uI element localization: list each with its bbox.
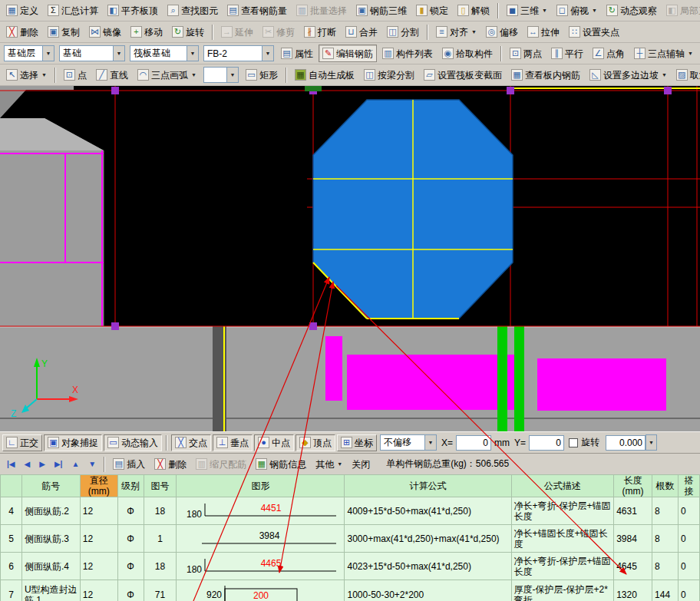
rebar-3d-button[interactable]: ▣钢筋三维 <box>352 2 411 19</box>
y-coordinate-input[interactable] <box>529 435 564 451</box>
figure-number-cell[interactable]: 71 <box>144 580 177 601</box>
three-point-aux-axis-button[interactable]: ┼三点辅轴▼ <box>630 45 697 62</box>
cad-canvas[interactable]: Y X Z <box>0 86 700 431</box>
edit-rebar-button[interactable]: ✎编辑钢筋 <box>319 45 377 62</box>
length-cell[interactable]: 3984 <box>614 525 652 553</box>
move-button[interactable]: +移动 <box>127 23 167 41</box>
length-cell[interactable]: 4645 <box>614 553 652 580</box>
grade-cell[interactable]: Φ <box>117 497 144 525</box>
select-dropdown[interactable]: ↖选择▼ <box>2 66 51 84</box>
define-button[interactable]: ▦定义 <box>2 2 42 19</box>
offset-button[interactable]: ◎偏移 <box>482 23 522 41</box>
rebar-section-right[interactable] <box>537 358 666 411</box>
move-up-button[interactable]: ▲ <box>68 455 83 473</box>
offset-mode-select[interactable]: 不偏移▼ <box>380 434 437 451</box>
green-member-right[interactable] <box>514 326 524 431</box>
properties-button[interactable]: ▤属性 <box>277 45 317 62</box>
mirror-button[interactable]: ⋈镜像 <box>85 23 125 41</box>
formula-desc-cell[interactable]: 净长+弯折-保护层+锚固长度 <box>511 553 614 580</box>
diameter-cell[interactable]: 12 <box>80 580 117 601</box>
chevron-down-icon[interactable]: ▼ <box>424 435 436 450</box>
diameter-cell[interactable]: 12 <box>80 553 117 580</box>
column-header[interactable]: 长度(mm) <box>614 475 652 497</box>
length-cell[interactable]: 4631 <box>614 497 652 525</box>
category-select[interactable]: 基础▼ <box>59 45 125 61</box>
column-header[interactable]: 公式描述 <box>511 475 614 497</box>
table-row[interactable]: 5侧面纵筋.312Φ139843000+max(41*d,250)+max(41… <box>1 525 700 553</box>
line-button[interactable]: ╱直线 <box>92 66 132 84</box>
unlock-button[interactable]: ▯解锁 <box>454 2 494 19</box>
point-angle-button[interactable]: ∠点角 <box>589 45 629 62</box>
top-view-dropdown[interactable]: ◻俯视▼ <box>553 2 601 19</box>
set-slope-dropdown[interactable]: ◺设置多边边坡▼ <box>586 66 671 84</box>
table-corner-header[interactable] <box>1 475 22 497</box>
align-dropdown[interactable]: ≡对齐▼ <box>432 23 480 41</box>
formula-cell[interactable]: 4009+15*d-50+max(41*d,250) <box>345 497 511 525</box>
figure-number-cell[interactable]: 18 <box>144 497 177 525</box>
move-down-button[interactable]: ▼ <box>84 455 100 473</box>
snap-midpoint-toggle[interactable]: ●中点 <box>254 434 294 451</box>
column-header[interactable]: 计算公式 <box>345 475 511 497</box>
auto-generate-slab-button[interactable]: ▦自动生成板 <box>291 66 358 84</box>
row-number[interactable]: 4 <box>1 497 22 525</box>
count-cell[interactable]: 144 <box>652 580 679 601</box>
row-number[interactable]: 5 <box>1 525 22 553</box>
copy-button[interactable]: ▣复制 <box>44 23 84 41</box>
first-row-button[interactable]: |◀ <box>3 455 19 473</box>
figure-number-cell[interactable]: 1 <box>144 525 177 553</box>
element-list-button[interactable]: ▥构件列表 <box>378 45 437 62</box>
lock-button[interactable]: ▮锁定 <box>412 2 452 19</box>
floor-select[interactable]: 基础层▼ <box>4 45 54 61</box>
column-header[interactable]: 图形 <box>177 475 345 497</box>
insert-row-button[interactable]: ▤插入 <box>109 455 149 473</box>
formula-cell[interactable]: 4023+15*d-50+max(41*d,250) <box>345 553 511 580</box>
summary-calc-button[interactable]: Σ汇总计算 <box>44 2 102 19</box>
column-header[interactable]: 筋号 <box>21 475 80 497</box>
snap-intersection-toggle[interactable]: ╳交点 <box>171 434 211 451</box>
green-member-left[interactable] <box>497 326 507 431</box>
arc-3point-dropdown[interactable]: ◠三点画弧▼ <box>134 66 200 84</box>
scale-rebar-button[interactable]: ▥缩尺配筋 <box>192 455 250 473</box>
rebar-section-small[interactable] <box>325 336 342 401</box>
extend-button[interactable]: →延伸 <box>217 23 257 41</box>
orbit-button[interactable]: ↻动态观察 <box>603 2 661 19</box>
stretch-button[interactable]: ↔拉伸 <box>523 23 563 41</box>
chevron-down-icon[interactable]: ▼ <box>226 68 238 82</box>
table-row[interactable]: 6侧面纵筋.412Φ1818044654023+15*d-50+max(41*d… <box>1 553 700 580</box>
set-raft-section-button[interactable]: ▱设置筏板变截面 <box>420 66 506 84</box>
delete-row-button[interactable]: ╳删除 <box>150 455 190 473</box>
formula-desc-cell[interactable]: 厚度-保护层-保护层+2*弯折 <box>511 580 614 601</box>
split-by-beam-button[interactable]: ◫按梁分割 <box>360 66 418 84</box>
rebar-name-cell[interactable]: 侧面纵筋.3 <box>21 525 80 553</box>
formula-cell[interactable]: 1000-50-30+2*200 <box>345 580 511 601</box>
grade-cell[interactable]: Φ <box>117 580 144 601</box>
snap-perpendicular-toggle[interactable]: ⊥垂点 <box>213 434 253 451</box>
shape-cell[interactable]: 1804465 <box>177 553 345 580</box>
break-button[interactable]: ∦打断 <box>300 23 340 41</box>
row-number[interactable]: 6 <box>1 553 22 580</box>
snap-vertex-toggle[interactable]: ◆顶点 <box>296 434 335 451</box>
align-slab-top-button[interactable]: ◧平齐板顶 <box>104 2 162 19</box>
column-header[interactable]: 直径(mm) <box>80 475 117 497</box>
lap-cell[interactable]: 0 <box>678 580 699 601</box>
spinner-icon[interactable]: ▼ <box>646 434 657 451</box>
merge-button[interactable]: ⊔合并 <box>342 23 381 41</box>
rebar-section-left[interactable] <box>347 355 497 410</box>
shape-cell[interactable]: 920200 <box>177 580 345 601</box>
blank-select[interactable]: ▼ <box>203 67 239 83</box>
count-cell[interactable]: 8 <box>652 553 679 580</box>
next-row-button[interactable]: ▶ <box>35 455 49 473</box>
formula-desc-cell[interactable]: 净长+锚固长度+锚固长度 <box>511 525 614 553</box>
rebar-info-button[interactable]: ▦钢筋信息 <box>252 455 310 473</box>
chevron-down-icon[interactable]: ▼ <box>187 46 198 61</box>
parallel-button[interactable]: ∥平行 <box>547 45 587 62</box>
spin-value[interactable] <box>606 435 646 451</box>
view-rebar-qty-button[interactable]: ▤查看钢筋量 <box>223 2 291 19</box>
split-button[interactable]: ◫分割 <box>383 23 423 41</box>
grade-cell[interactable]: Φ <box>117 553 144 580</box>
lap-cell[interactable]: 0 <box>678 525 699 553</box>
rect-button[interactable]: ▭矩形 <box>242 66 282 84</box>
checkbox-icon[interactable] <box>569 438 578 447</box>
diameter-cell[interactable]: 12 <box>80 497 117 525</box>
pick-element-button[interactable]: ◉拾取构件 <box>438 45 497 62</box>
